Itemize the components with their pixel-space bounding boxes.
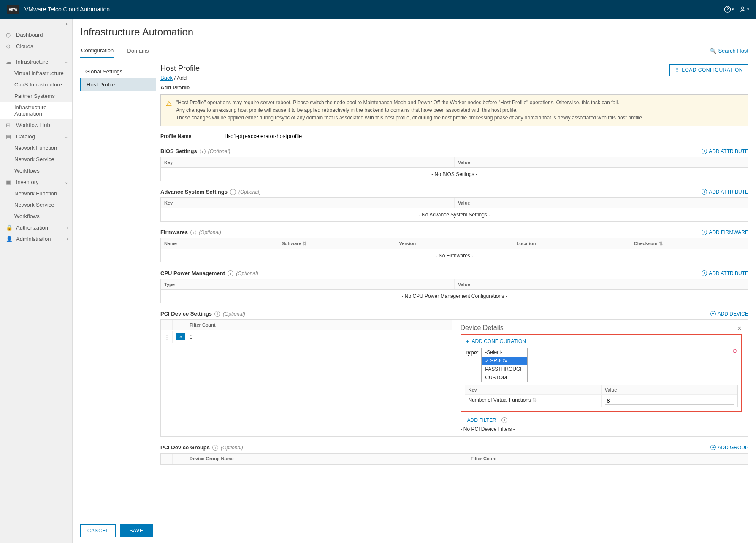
firmware-section-title: Firmwares — [160, 229, 188, 235]
tab-domains[interactable]: Domains — [126, 44, 149, 57]
search-host-link[interactable]: 🔍Search Host — [710, 48, 748, 54]
sidebar-item-catalog-nf[interactable]: Network Function — [0, 142, 72, 154]
sidebar-item-inventory-nf[interactable]: Network Function — [0, 188, 72, 199]
user-icon: 👤 — [6, 236, 13, 242]
save-button[interactable]: SAVE — [120, 524, 152, 537]
nvf-input[interactable] — [605, 397, 734, 405]
type-dropdown[interactable]: -Select- SR-IOV PASSTHROUGH CUSTOM — [481, 348, 528, 382]
plus-icon: + — [702, 149, 707, 154]
chevron-right-icon: › — [67, 225, 68, 230]
user-icon[interactable]: ▾ — [739, 4, 749, 14]
help-icon[interactable]: ▾ — [724, 4, 734, 14]
pci-section-title: PCI Device Settings — [160, 311, 212, 317]
cpu-section-title: CPU Power Management — [160, 270, 225, 276]
sidebar-item-catalog-wf[interactable]: Workflows — [0, 165, 72, 176]
pcg-section-title: PCI Device Groups — [160, 444, 210, 451]
chevron-down-icon: ⌄ — [65, 180, 68, 184]
profile-name-input[interactable] — [224, 132, 346, 140]
sidebar-item-authorization[interactable]: 🔒Authorization› — [0, 222, 72, 233]
profile-name-label: Profile Name — [160, 133, 224, 139]
footer: CANCEL SAVE — [73, 519, 756, 543]
plus-icon: + — [710, 311, 716, 316]
plus-icon: ＋ — [465, 338, 470, 345]
advance-section-title: Advance System Settings — [160, 189, 228, 195]
plus-icon: + — [702, 189, 707, 195]
delete-device-icon[interactable]: ⊖ — [732, 348, 737, 354]
sidebar-item-infra-automation[interactable]: Infrastructure Automation — [0, 102, 72, 119]
pci-device-row[interactable]: ⋮ « 0 — [161, 330, 452, 343]
add-firmware[interactable]: +ADD FIRMWARE — [702, 230, 748, 235]
plus-icon: + — [702, 270, 707, 276]
clouds-icon: ⊙ — [6, 43, 13, 49]
sidebar-item-infrastructure[interactable]: ☁Infrastructure⌄ — [0, 56, 72, 68]
add-attribute-cpu[interactable]: +ADD ATTRIBUTE — [702, 270, 748, 276]
device-details-title: Device Details — [461, 324, 742, 332]
subnav-host-profile[interactable]: Host Profile — [80, 78, 156, 91]
info-icon[interactable]: i — [212, 445, 218, 451]
chevron-left-icon: « — [65, 20, 69, 27]
add-configuration-link[interactable]: ＋ADD CONFIGURATION — [465, 338, 526, 345]
collapse-icon[interactable]: « — [176, 333, 185, 340]
add-profile-label: Add Profile — [160, 84, 748, 91]
bios-section-title: BIOS Settings — [160, 148, 197, 154]
add-filter-link[interactable]: ＋ADD FILTER i — [461, 416, 510, 424]
sidebar-collapse[interactable]: « — [0, 19, 72, 29]
type-label: Type: — [465, 348, 479, 356]
info-icon[interactable]: i — [200, 149, 206, 154]
sidebar-item-inventory-ns[interactable]: Network Service — [0, 199, 72, 211]
sidebar-item-catalog[interactable]: ▤Catalog⌄ — [0, 131, 72, 142]
add-attribute-advance[interactable]: +ADD ATTRIBUTE — [702, 189, 748, 195]
cancel-button[interactable]: CANCEL — [80, 524, 116, 537]
svg-point-2 — [742, 7, 744, 9]
svg-point-1 — [727, 11, 728, 11]
plus-icon: ＋ — [461, 416, 466, 424]
add-attribute-bios[interactable]: +ADD ATTRIBUTE — [702, 149, 748, 154]
plus-icon: + — [702, 230, 707, 235]
info-icon[interactable]: i — [228, 270, 233, 276]
sidebar-item-caas-infra[interactable]: CaaS Infrastructure — [0, 79, 72, 90]
sidebar-item-partner-systems[interactable]: Partner Systems — [0, 90, 72, 102]
chevron-down-icon: ⌄ — [65, 59, 68, 64]
vmware-logo: vmw — [7, 5, 19, 14]
sidebar-item-virtual-infra[interactable]: Virtual Infrastructure — [0, 68, 72, 79]
info-icon[interactable]: i — [190, 230, 196, 235]
app-title: VMware Telco Cloud Automation — [24, 6, 110, 13]
close-icon[interactable]: ✕ — [737, 325, 742, 332]
subnav-global-settings[interactable]: Global Settings — [80, 65, 156, 78]
info-icon[interactable]: i — [501, 417, 507, 423]
sidebar-item-catalog-ns[interactable]: Network Service — [0, 154, 72, 165]
warning-alert: ⚠ "Host Profile" operations may require … — [160, 94, 748, 126]
add-group[interactable]: +ADD GROUP — [710, 445, 748, 451]
subnav: Global Settings Host Profile — [80, 61, 156, 469]
plus-icon: + — [710, 445, 716, 450]
load-configuration-button[interactable]: ⇪ LOAD CONFIGURATION — [669, 64, 748, 76]
no-filters-text: - No PCI Device Filters - — [461, 426, 742, 432]
type-option-sriov[interactable]: SR-IOV — [482, 357, 527, 365]
inventory-icon: ▣ — [6, 179, 13, 185]
catalog-icon: ▤ — [6, 133, 13, 140]
tabs: Configuration Domains 🔍Search Host — [80, 44, 748, 58]
device-details-highlight: ＋ADD CONFIGURATION Type: -Select- SR-IOV… — [461, 334, 742, 412]
add-device[interactable]: +ADD DEVICE — [710, 311, 748, 317]
sidebar-item-administration[interactable]: 👤Administration› — [0, 233, 72, 245]
sidebar-item-workflow-hub[interactable]: ⊞Workflow Hub — [0, 119, 72, 131]
workflow-icon: ⊞ — [6, 122, 13, 128]
type-option-custom[interactable]: CUSTOM — [482, 373, 527, 382]
cloud-icon: ☁ — [6, 59, 13, 65]
lock-icon: 🔒 — [6, 224, 13, 231]
topbar: vmw VMware Telco Cloud Automation ▾ ▾ — [0, 0, 756, 19]
chevron-right-icon: › — [67, 237, 68, 241]
sidebar-item-dashboard[interactable]: ◷Dashboard — [0, 29, 72, 41]
back-link[interactable]: Back — [160, 75, 173, 81]
info-icon[interactable]: i — [214, 311, 220, 317]
kebab-icon[interactable]: ⋮ — [161, 331, 173, 343]
type-option-passthrough[interactable]: PASSTHROUGH — [482, 365, 527, 373]
type-option-select[interactable]: -Select- — [482, 348, 527, 357]
tab-configuration[interactable]: Configuration — [80, 44, 114, 58]
svg-point-0 — [724, 6, 730, 12]
warning-text: "Host Profile" operations may require se… — [176, 99, 643, 122]
sidebar-item-clouds[interactable]: ⊙Clouds — [0, 41, 72, 52]
sidebar-item-inventory-wf[interactable]: Workflows — [0, 211, 72, 222]
info-icon[interactable]: i — [230, 189, 236, 195]
sidebar-item-inventory[interactable]: ▣Inventory⌄ — [0, 176, 72, 188]
